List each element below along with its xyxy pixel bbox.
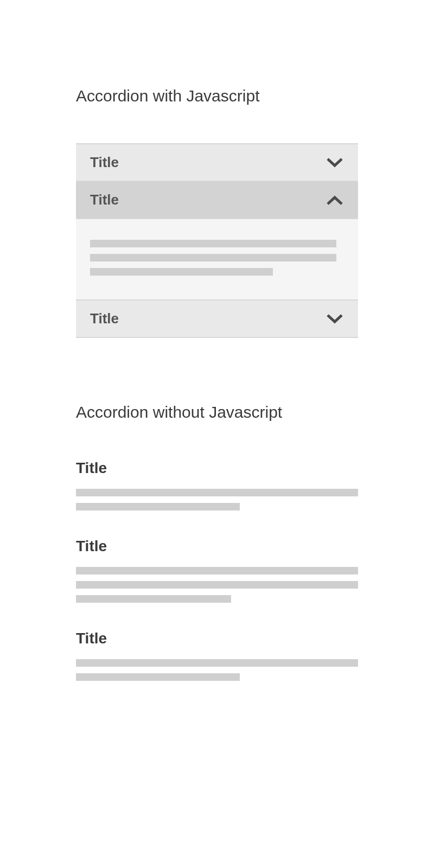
static-item-title: Title (76, 630, 358, 647)
content-placeholder-line (76, 659, 358, 667)
static-item-body (76, 659, 358, 681)
static-item-body (76, 567, 358, 603)
section-heading-nojs: Accordion without Javascript (76, 403, 358, 422)
accordion-header[interactable]: Title (76, 182, 358, 219)
accordion-title: Title (90, 192, 119, 208)
chevron-down-icon (326, 157, 344, 169)
content-placeholder-line (76, 581, 358, 589)
accordion-panel: Title (76, 301, 358, 338)
static-item: Title (76, 630, 358, 681)
content-placeholder-line (76, 567, 358, 575)
accordion-panel: Title (76, 144, 358, 182)
accordion-title: Title (90, 154, 119, 171)
content-placeholder-line (90, 254, 336, 261)
chevron-down-icon (326, 313, 344, 325)
accordion-header[interactable]: Title (76, 301, 358, 338)
content-placeholder-line (76, 503, 240, 510)
content-placeholder-line (76, 489, 358, 496)
chevron-up-icon (326, 194, 344, 206)
static-item-title: Title (76, 459, 358, 477)
accordion-title: Title (90, 310, 119, 327)
content-placeholder-line (76, 595, 231, 603)
content-placeholder-line (90, 240, 336, 247)
section-heading-js: Accordion with Javascript (76, 87, 358, 105)
accordion-panel: Title (76, 182, 358, 301)
accordion-header[interactable]: Title (76, 144, 358, 182)
static-item-title: Title (76, 538, 358, 555)
static-item-body (76, 489, 358, 510)
accordion-body (76, 219, 358, 301)
content-placeholder-line (76, 673, 240, 681)
accordion-with-js: Title Title Title (76, 143, 358, 338)
content-placeholder-line (90, 268, 273, 276)
static-item: Title (76, 538, 358, 603)
static-item: Title (76, 459, 358, 510)
